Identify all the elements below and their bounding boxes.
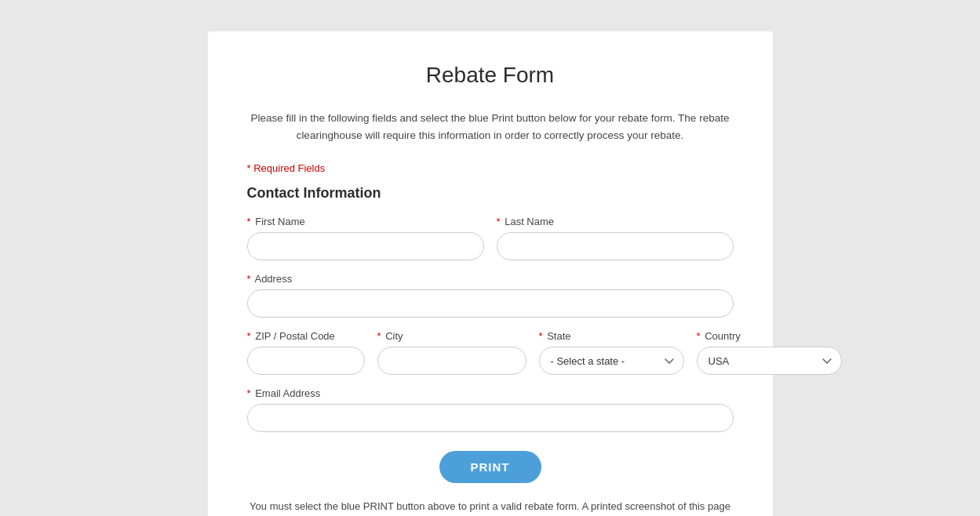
country-required-star: * xyxy=(697,330,701,342)
section-title: Contact Information xyxy=(247,185,734,202)
email-row: * Email Address xyxy=(247,387,734,432)
email-field: * Email Address xyxy=(247,387,734,432)
last-name-field: * Last Name xyxy=(497,216,734,260)
location-row: * ZIP / Postal Code * City * State - Sel… xyxy=(247,330,734,375)
address-field: * Address xyxy=(247,273,734,318)
address-label: * Address xyxy=(247,273,734,285)
address-row: * Address xyxy=(247,273,734,318)
required-fields-note: * Required Fields xyxy=(247,162,734,174)
form-description: Please fill in the following fields and … xyxy=(247,110,734,144)
name-row: * First Name * Last Name xyxy=(247,216,734,260)
first-name-label: * First Name xyxy=(247,216,484,227)
form-container: Rebate Form Please fill in the following… xyxy=(208,31,773,516)
email-required-star: * xyxy=(247,387,251,399)
city-input[interactable] xyxy=(377,347,526,375)
country-field: * Country USACanadaMexicoOther xyxy=(697,330,842,375)
state-select[interactable]: - Select a state -AlabamaAlaskaArizonaAr… xyxy=(539,347,684,375)
zip-required-star: * xyxy=(247,330,251,342)
state-required-star: * xyxy=(539,330,543,342)
page-title: Rebate Form xyxy=(247,63,734,88)
page-wrapper: Rebate Form Please fill in the following… xyxy=(16,16,964,516)
zip-field: * ZIP / Postal Code xyxy=(247,330,365,375)
state-field: * State - Select a state -AlabamaAlaskaA… xyxy=(539,330,684,375)
country-select[interactable]: USACanadaMexicoOther xyxy=(697,347,842,375)
city-field: * City xyxy=(377,330,526,375)
last-name-input[interactable] xyxy=(497,232,734,260)
first-name-input[interactable] xyxy=(247,232,484,260)
zip-input[interactable] xyxy=(247,347,365,375)
footer-note: You must select the blue PRINT button ab… xyxy=(247,499,734,516)
city-required-star: * xyxy=(377,330,381,342)
address-required-star: * xyxy=(247,273,251,285)
first-name-field: * First Name xyxy=(247,216,484,260)
city-label: * City xyxy=(377,330,526,342)
country-label: * Country xyxy=(697,330,842,342)
last-name-label: * Last Name xyxy=(497,216,734,227)
zip-label: * ZIP / Postal Code xyxy=(247,330,365,342)
first-name-required-star: * xyxy=(247,216,251,227)
address-input[interactable] xyxy=(247,289,734,318)
state-label: * State xyxy=(539,330,684,342)
email-label: * Email Address xyxy=(247,387,734,399)
email-input[interactable] xyxy=(247,404,734,432)
print-button[interactable]: PRINT xyxy=(439,451,541,483)
last-name-required-star: * xyxy=(497,216,501,227)
